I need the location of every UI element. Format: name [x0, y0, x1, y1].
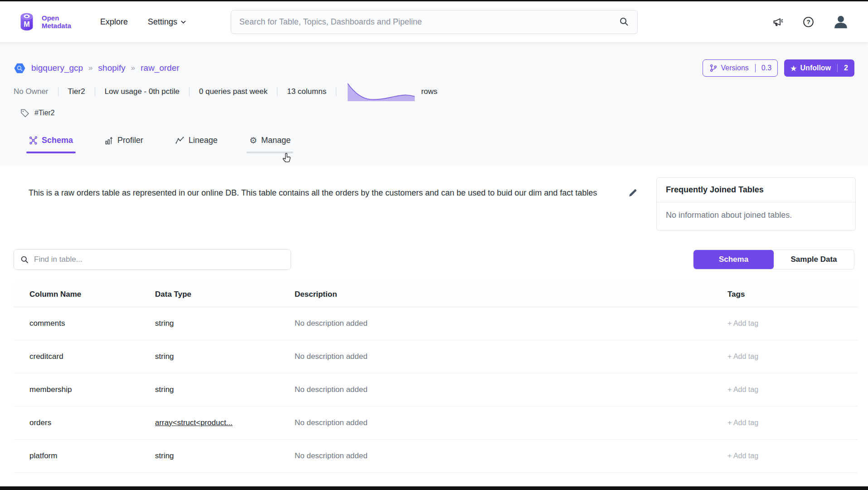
- tags-cell: + Add tag: [714, 373, 858, 406]
- svg-text:M: M: [24, 20, 30, 29]
- global-search: [231, 10, 638, 34]
- frequently-joined-tables-card: Frequently Joined Tables No information …: [656, 177, 856, 230]
- tags-cell: + Add tag: [714, 340, 858, 373]
- column-name-cell: orders: [14, 406, 141, 439]
- tab-lineage-label: Lineage: [189, 136, 218, 145]
- rows-label: rows: [421, 87, 437, 96]
- data-type-cell: string: [141, 340, 281, 373]
- navbar-right: ?: [772, 14, 849, 30]
- version-branch-icon: [709, 64, 717, 72]
- header-tags: Tags: [714, 282, 858, 307]
- gear-icon: ⚙: [249, 136, 257, 145]
- tag-row: #Tier2: [14, 107, 854, 119]
- help-icon[interactable]: ?: [802, 16, 815, 28]
- tab-schema[interactable]: Schema: [26, 133, 76, 153]
- tag-icon: [20, 108, 30, 118]
- logo-text: Open Metadata: [42, 14, 71, 30]
- schema-sample-toggle: Schema Sample Data: [693, 250, 854, 270]
- primary-nav: Explore Settings: [100, 17, 186, 27]
- openmetadata-logo[interactable]: M Open Metadata: [16, 11, 71, 32]
- data-type-value: string: [155, 451, 174, 460]
- tags-cell: + Add tag: [714, 439, 858, 472]
- entity-tabs: Schema Profiler: [14, 133, 854, 166]
- header-data-type: Data Type: [141, 282, 281, 307]
- schema-tab-panel: This is a raw orders table as represente…: [0, 166, 868, 487]
- table-row: comments string No description added + A…: [14, 307, 858, 340]
- description-cell: No description added: [281, 307, 714, 340]
- nav-settings[interactable]: Settings: [148, 17, 186, 27]
- unfollow-button[interactable]: ★ Unfollow 2: [784, 59, 854, 77]
- global-search-input[interactable]: [239, 17, 619, 27]
- tier-tag[interactable]: #Tier2: [34, 109, 55, 117]
- joined-tables-empty-text: No information about joined tables.: [657, 202, 855, 230]
- breadcrumb-separator: »: [131, 64, 135, 73]
- table-meta-row: No Owner Tier2 Low usage - 0th pctile 0 …: [14, 81, 854, 102]
- schema-table-body: comments string No description added + A…: [14, 307, 858, 472]
- find-in-table: [14, 249, 291, 270]
- breadcrumb: bigquery_gcp » shopify » raw_order: [14, 62, 179, 74]
- whats-new-megaphone-icon[interactable]: [772, 16, 784, 28]
- table-row: platform string No description added + A…: [14, 439, 858, 472]
- data-type-value: string: [155, 385, 174, 394]
- follower-count: 2: [837, 64, 854, 72]
- svg-text:?: ?: [806, 19, 810, 25]
- table-header-row: Column Name Data Type Description Tags: [14, 282, 858, 307]
- tab-profiler-label: Profiler: [117, 136, 143, 145]
- schema-toolbar: Schema Sample Data: [0, 249, 868, 270]
- schema-toggle-button[interactable]: Schema: [693, 250, 774, 269]
- joined-tables-title: Frequently Joined Tables: [657, 178, 855, 202]
- chevron-down-icon: [180, 19, 186, 25]
- tab-manage-label: Manage: [261, 136, 291, 145]
- window-edge-bottom: [0, 486, 868, 490]
- data-type-cell: string: [141, 439, 281, 472]
- breadcrumb-separator: »: [88, 64, 92, 73]
- openmetadata-logo-icon: M: [16, 11, 37, 32]
- breadcrumb-link-database[interactable]: shopify: [98, 63, 126, 73]
- sample-data-toggle-button[interactable]: Sample Data: [774, 250, 854, 269]
- breadcrumb-link-service[interactable]: bigquery_gcp: [31, 63, 83, 73]
- table-row: membership string No description added +…: [14, 373, 858, 406]
- add-tag-button[interactable]: + Add tag: [727, 452, 758, 460]
- tags-cell: + Add tag: [714, 307, 858, 340]
- search-icon[interactable]: [619, 17, 629, 27]
- add-tag-button[interactable]: + Add tag: [727, 386, 758, 393]
- usage-value: Low usage - 0th pctile: [105, 87, 179, 96]
- versions-button[interactable]: Versions 0.3: [703, 59, 778, 77]
- column-name-cell: platform: [14, 439, 141, 472]
- add-tag-button[interactable]: + Add tag: [727, 419, 758, 426]
- top-navbar: M Open Metadata Explore Settings: [0, 1, 868, 42]
- header-column-name: Column Name: [14, 282, 141, 307]
- data-type-value[interactable]: array<struct<product...: [155, 418, 233, 427]
- columns-count: 13 columns: [287, 87, 326, 96]
- column-name-cell: membership: [14, 373, 141, 406]
- user-avatar[interactable]: [833, 14, 849, 30]
- description-cell: No description added: [281, 373, 714, 406]
- edit-description-button[interactable]: [628, 188, 637, 200]
- column-name-cell: creditcard: [14, 340, 141, 373]
- table-row: orders array<struct<product... No descri…: [14, 406, 858, 439]
- data-type-cell: array<struct<product...: [141, 406, 281, 439]
- cursor-pointer-icon: [282, 153, 292, 166]
- bigquery-service-icon: [14, 62, 26, 74]
- tab-lineage[interactable]: Lineage: [172, 133, 220, 153]
- data-type-value: string: [155, 352, 174, 361]
- column-name-cell: comments: [14, 307, 141, 340]
- find-in-table-input[interactable]: [34, 255, 284, 264]
- description-cell: No description added: [281, 406, 714, 439]
- tier-value: Tier2: [68, 87, 85, 96]
- queries-value: 0 queries past week: [199, 87, 267, 96]
- breadcrumb-link-table[interactable]: raw_order: [141, 63, 179, 73]
- nav-explore[interactable]: Explore: [100, 17, 128, 27]
- profiler-icon: [105, 136, 113, 145]
- table-row: creditcard string No description added +…: [14, 340, 858, 373]
- add-tag-button[interactable]: + Add tag: [727, 319, 758, 327]
- tab-schema-label: Schema: [42, 136, 73, 145]
- schema-table: Column Name Data Type Description Tags c…: [14, 282, 858, 473]
- tab-profiler[interactable]: Profiler: [102, 133, 146, 153]
- owner-value: No Owner: [14, 87, 48, 96]
- tab-manage[interactable]: ⚙ Manage: [247, 133, 293, 153]
- add-tag-button[interactable]: + Add tag: [727, 353, 758, 360]
- version-number: 0.3: [755, 64, 777, 72]
- data-type-cell: string: [141, 307, 281, 340]
- star-icon: ★: [790, 65, 796, 72]
